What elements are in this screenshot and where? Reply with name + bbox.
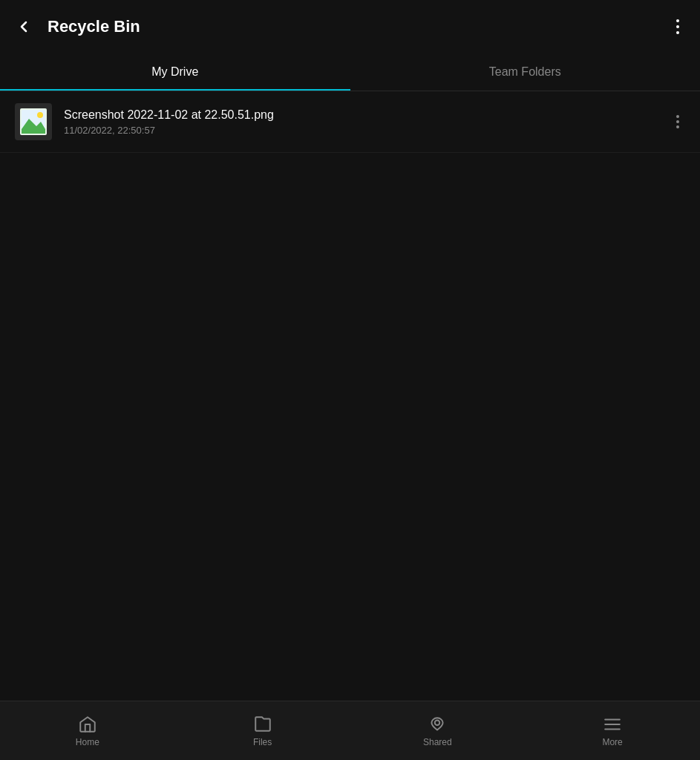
header-more-button[interactable] bbox=[670, 13, 685, 40]
tab-my-drive[interactable]: My Drive bbox=[0, 53, 350, 91]
file-info: Screenshot 2022-11-02 at 22.50.51.png 11… bbox=[64, 108, 670, 136]
file-name: Screenshot 2022-11-02 at 22.50.51.png bbox=[64, 108, 670, 122]
nav-label-home: Home bbox=[76, 737, 99, 747]
back-button[interactable] bbox=[15, 18, 33, 36]
tabs-container: My Drive Team Folders bbox=[0, 53, 700, 91]
file-list: Screenshot 2022-11-02 at 22.50.51.png 11… bbox=[0, 91, 700, 701]
file-thumbnail bbox=[15, 103, 52, 140]
bottom-nav: Home Files Shared More bbox=[0, 701, 700, 760]
home-icon bbox=[78, 715, 97, 734]
more-nav-icon bbox=[603, 715, 622, 734]
tab-team-folders[interactable]: Team Folders bbox=[350, 53, 701, 91]
file-more-button[interactable] bbox=[670, 109, 685, 134]
svg-rect-4 bbox=[22, 129, 45, 134]
header-left: Recycle Bin bbox=[15, 17, 140, 36]
shared-icon bbox=[428, 715, 447, 734]
nav-label-files: Files bbox=[253, 737, 272, 747]
nav-label-more: More bbox=[602, 737, 622, 747]
files-icon bbox=[253, 715, 272, 734]
table-row[interactable]: Screenshot 2022-11-02 at 22.50.51.png 11… bbox=[0, 91, 700, 153]
page-title: Recycle Bin bbox=[48, 17, 140, 36]
header: Recycle Bin bbox=[0, 0, 700, 53]
file-date: 11/02/2022, 22:50:57 bbox=[64, 125, 670, 136]
svg-point-2 bbox=[37, 112, 43, 118]
nav-item-more[interactable]: More bbox=[525, 709, 700, 753]
more-icon bbox=[676, 19, 679, 34]
nav-item-shared[interactable]: Shared bbox=[350, 709, 526, 753]
nav-item-files[interactable]: Files bbox=[175, 709, 350, 753]
nav-item-home[interactable]: Home bbox=[0, 709, 175, 753]
nav-label-shared: Shared bbox=[423, 737, 452, 747]
